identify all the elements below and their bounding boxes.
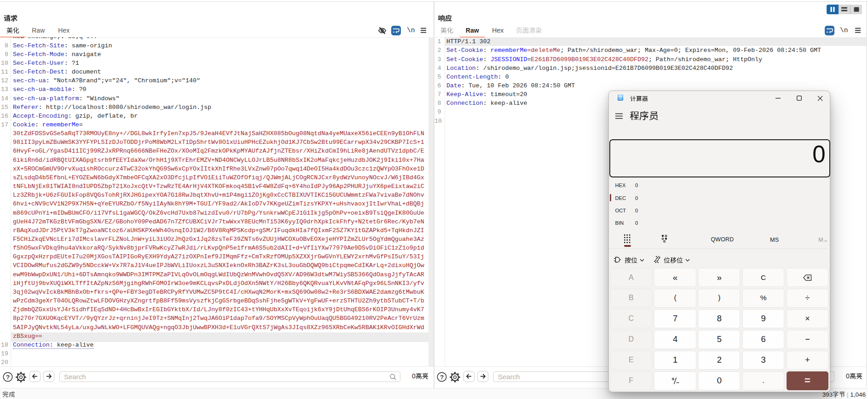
svg-text:?: ?	[440, 374, 444, 381]
svg-text:?: ?	[6, 374, 10, 381]
